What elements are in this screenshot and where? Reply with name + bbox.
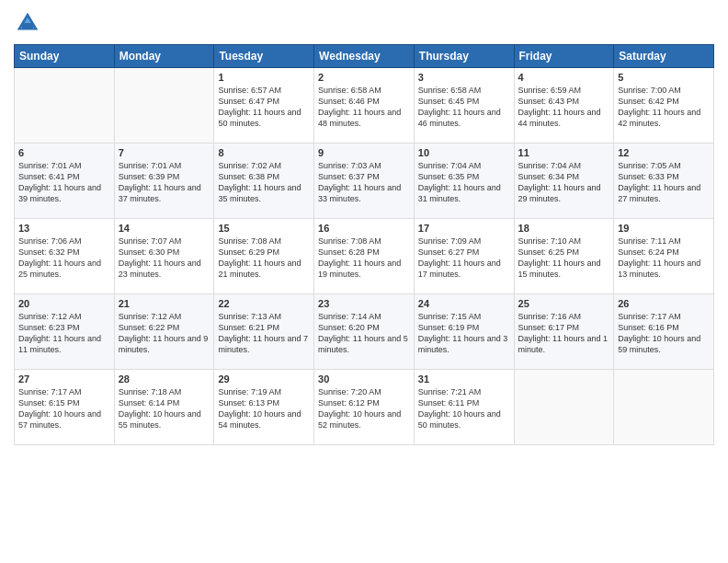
calendar-cell: 1Sunrise: 6:57 AM Sunset: 6:47 PM Daylig… — [214, 68, 314, 144]
weekday-header-monday: Monday — [114, 45, 214, 68]
cell-info: Sunrise: 7:13 AM Sunset: 6:21 PM Dayligh… — [218, 311, 310, 356]
calendar-cell: 24Sunrise: 7:15 AM Sunset: 6:19 PM Dayli… — [414, 294, 514, 370]
calendar-cell: 8Sunrise: 7:02 AM Sunset: 6:38 PM Daylig… — [214, 144, 314, 219]
calendar-table: SundayMondayTuesdayWednesdayThursdayFrid… — [14, 44, 714, 445]
day-number: 19 — [618, 223, 710, 234]
cell-info: Sunrise: 7:04 AM Sunset: 6:35 PM Dayligh… — [418, 160, 510, 205]
day-number: 26 — [618, 298, 710, 309]
week-row-5: 27Sunrise: 7:17 AM Sunset: 6:15 PM Dayli… — [15, 370, 714, 445]
day-number: 28 — [119, 373, 210, 385]
cell-info: Sunrise: 6:57 AM Sunset: 6:47 PM Dayligh… — [218, 85, 310, 130]
day-number: 29 — [218, 373, 310, 385]
calendar-cell — [114, 68, 214, 144]
week-row-4: 20Sunrise: 7:12 AM Sunset: 6:23 PM Dayli… — [15, 294, 714, 370]
header — [14, 9, 714, 37]
day-number: 30 — [318, 373, 410, 385]
week-row-1: 1Sunrise: 6:57 AM Sunset: 6:47 PM Daylig… — [15, 68, 714, 144]
cell-info: Sunrise: 7:10 AM Sunset: 6:25 PM Dayligh… — [518, 236, 610, 281]
calendar-cell: 16Sunrise: 7:08 AM Sunset: 6:28 PM Dayli… — [314, 219, 415, 294]
calendar-cell: 17Sunrise: 7:09 AM Sunset: 6:27 PM Dayli… — [414, 219, 514, 294]
cell-info: Sunrise: 7:09 AM Sunset: 6:27 PM Dayligh… — [418, 236, 510, 281]
day-number: 9 — [318, 147, 410, 158]
calendar-cell: 31Sunrise: 7:21 AM Sunset: 6:11 PM Dayli… — [414, 370, 514, 445]
cell-info: Sunrise: 7:21 AM Sunset: 6:11 PM Dayligh… — [418, 386, 510, 431]
day-number: 27 — [18, 373, 110, 385]
day-number: 10 — [418, 147, 510, 158]
calendar-cell: 11Sunrise: 7:04 AM Sunset: 6:34 PM Dayli… — [514, 144, 614, 219]
cell-info: Sunrise: 7:04 AM Sunset: 6:34 PM Dayligh… — [518, 160, 610, 205]
logo — [14, 9, 45, 37]
day-number: 16 — [318, 223, 410, 234]
calendar-cell: 9Sunrise: 7:03 AM Sunset: 6:37 PM Daylig… — [314, 144, 415, 219]
day-number: 5 — [618, 72, 710, 83]
week-row-2: 6Sunrise: 7:01 AM Sunset: 6:41 PM Daylig… — [15, 144, 714, 219]
svg-rect-2 — [22, 23, 33, 29]
calendar-cell — [15, 68, 115, 144]
calendar-cell: 14Sunrise: 7:07 AM Sunset: 6:30 PM Dayli… — [114, 219, 214, 294]
day-number: 4 — [518, 72, 610, 83]
day-number: 2 — [318, 72, 410, 83]
cell-info: Sunrise: 7:12 AM Sunset: 6:23 PM Dayligh… — [18, 311, 110, 356]
day-number: 14 — [119, 223, 210, 234]
calendar-cell: 12Sunrise: 7:05 AM Sunset: 6:33 PM Dayli… — [614, 144, 714, 219]
cell-info: Sunrise: 7:00 AM Sunset: 6:42 PM Dayligh… — [618, 85, 710, 130]
day-number: 8 — [218, 147, 310, 158]
cell-info: Sunrise: 7:14 AM Sunset: 6:20 PM Dayligh… — [318, 311, 410, 356]
calendar-cell: 15Sunrise: 7:08 AM Sunset: 6:29 PM Dayli… — [214, 219, 314, 294]
calendar-cell: 26Sunrise: 7:17 AM Sunset: 6:16 PM Dayli… — [614, 294, 714, 370]
calendar-cell: 20Sunrise: 7:12 AM Sunset: 6:23 PM Dayli… — [15, 294, 115, 370]
calendar-cell: 6Sunrise: 7:01 AM Sunset: 6:41 PM Daylig… — [15, 144, 115, 219]
day-number: 11 — [518, 147, 610, 158]
day-number: 7 — [119, 147, 210, 158]
cell-info: Sunrise: 7:15 AM Sunset: 6:19 PM Dayligh… — [418, 311, 510, 356]
cell-info: Sunrise: 7:08 AM Sunset: 6:29 PM Dayligh… — [218, 236, 310, 281]
cell-info: Sunrise: 7:20 AM Sunset: 6:12 PM Dayligh… — [318, 386, 410, 431]
cell-info: Sunrise: 7:18 AM Sunset: 6:14 PM Dayligh… — [119, 386, 210, 431]
week-row-3: 13Sunrise: 7:06 AM Sunset: 6:32 PM Dayli… — [15, 219, 714, 294]
calendar-cell — [614, 370, 714, 445]
weekday-header-sunday: Sunday — [15, 45, 115, 68]
calendar-cell: 4Sunrise: 6:59 AM Sunset: 6:43 PM Daylig… — [514, 68, 614, 144]
cell-info: Sunrise: 6:58 AM Sunset: 6:45 PM Dayligh… — [418, 85, 510, 130]
day-number: 15 — [218, 223, 310, 234]
calendar-cell: 21Sunrise: 7:12 AM Sunset: 6:22 PM Dayli… — [114, 294, 214, 370]
day-number: 24 — [418, 298, 510, 309]
day-number: 31 — [418, 373, 510, 385]
cell-info: Sunrise: 6:58 AM Sunset: 6:46 PM Dayligh… — [318, 85, 410, 130]
calendar-cell: 29Sunrise: 7:19 AM Sunset: 6:13 PM Dayli… — [214, 370, 314, 445]
weekday-header-row: SundayMondayTuesdayWednesdayThursdayFrid… — [15, 45, 714, 68]
calendar-cell: 7Sunrise: 7:01 AM Sunset: 6:39 PM Daylig… — [114, 144, 214, 219]
day-number: 6 — [18, 147, 110, 158]
cell-info: Sunrise: 7:11 AM Sunset: 6:24 PM Dayligh… — [618, 236, 710, 281]
cell-info: Sunrise: 7:01 AM Sunset: 6:39 PM Dayligh… — [119, 160, 210, 205]
calendar-cell: 10Sunrise: 7:04 AM Sunset: 6:35 PM Dayli… — [414, 144, 514, 219]
calendar-cell: 13Sunrise: 7:06 AM Sunset: 6:32 PM Dayli… — [15, 219, 115, 294]
cell-info: Sunrise: 7:02 AM Sunset: 6:38 PM Dayligh… — [218, 160, 310, 205]
day-number: 13 — [18, 223, 110, 234]
weekday-header-thursday: Thursday — [414, 45, 514, 68]
weekday-header-saturday: Saturday — [614, 45, 714, 68]
cell-info: Sunrise: 7:16 AM Sunset: 6:17 PM Dayligh… — [518, 311, 610, 356]
day-number: 22 — [218, 298, 310, 309]
cell-info: Sunrise: 7:17 AM Sunset: 6:15 PM Dayligh… — [18, 386, 110, 431]
weekday-header-wednesday: Wednesday — [314, 45, 415, 68]
calendar-cell: 22Sunrise: 7:13 AM Sunset: 6:21 PM Dayli… — [214, 294, 314, 370]
day-number: 3 — [418, 72, 510, 83]
day-number: 20 — [18, 298, 110, 309]
logo-icon — [14, 9, 41, 37]
cell-info: Sunrise: 7:17 AM Sunset: 6:16 PM Dayligh… — [618, 311, 710, 356]
calendar-cell — [514, 370, 614, 445]
day-number: 1 — [218, 72, 310, 83]
calendar-cell: 5Sunrise: 7:00 AM Sunset: 6:42 PM Daylig… — [614, 68, 714, 144]
day-number: 25 — [518, 298, 610, 309]
calendar-cell: 27Sunrise: 7:17 AM Sunset: 6:15 PM Dayli… — [15, 370, 115, 445]
calendar-cell: 25Sunrise: 7:16 AM Sunset: 6:17 PM Dayli… — [514, 294, 614, 370]
weekday-header-tuesday: Tuesday — [214, 45, 314, 68]
day-number: 21 — [119, 298, 210, 309]
cell-info: Sunrise: 7:07 AM Sunset: 6:30 PM Dayligh… — [119, 236, 210, 281]
cell-info: Sunrise: 7:08 AM Sunset: 6:28 PM Dayligh… — [318, 236, 410, 281]
cell-info: Sunrise: 7:03 AM Sunset: 6:37 PM Dayligh… — [318, 160, 410, 205]
calendar-cell: 30Sunrise: 7:20 AM Sunset: 6:12 PM Dayli… — [314, 370, 415, 445]
calendar-cell: 28Sunrise: 7:18 AM Sunset: 6:14 PM Dayli… — [114, 370, 214, 445]
calendar-cell: 18Sunrise: 7:10 AM Sunset: 6:25 PM Dayli… — [514, 219, 614, 294]
